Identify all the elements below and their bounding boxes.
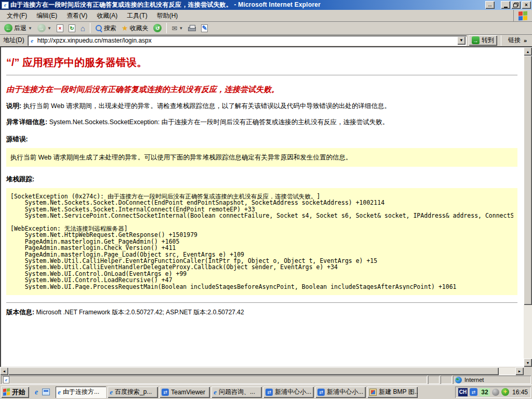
scroll-up-icon[interactable]: ▲ — [524, 47, 532, 56]
ie-window: e 由于连接方在一段时间后没有正确答复或连接的主机没有反应，连接尝试失败。 - … — [0, 0, 532, 384]
description-text: 执行当前 Web 请求期间，出现未处理的异常。请检查堆栈跟踪信息，以了解有关该错… — [21, 102, 391, 110]
go-arrow-icon: → — [472, 36, 480, 44]
search-label: 搜索 — [104, 24, 116, 33]
menu-favorites[interactable]: 收藏(A) — [92, 10, 122, 22]
menu-view[interactable]: 查看(V) — [62, 10, 92, 22]
horizontal-scrollbar[interactable]: ◄ ► — [0, 367, 532, 375]
address-bar: 地址(D) e http://xpzx.xinpuedu.cn/master/l… — [0, 35, 532, 47]
address-input[interactable]: e http://xpzx.xinpuedu.cn/master/login.a… — [28, 35, 467, 46]
exception-label: 异常详细信息: — [6, 118, 47, 126]
taskbar-button-question[interactable]: e 问题咨询、... — [211, 387, 262, 398]
home-button[interactable]: ⌂ — [78, 22, 87, 34]
standard-toolbar: ← 后退 ▼ → ▼ × ↻ ⌂ 搜索 ★ 收藏夹 ↺ ✉ — [0, 22, 532, 35]
go-button[interactable]: → 转到 — [469, 35, 497, 46]
search-icon — [95, 24, 102, 32]
tray-clock[interactable]: 16:45 — [511, 389, 528, 396]
favorites-star-icon: ★ — [122, 24, 128, 32]
quick-launch-ie-icon[interactable]: e — [35, 388, 38, 396]
refresh-icon: ↻ — [69, 24, 75, 32]
start-label: 开始 — [12, 388, 25, 397]
close-button[interactable]: × — [522, 1, 531, 9]
links-chevron-icon: » — [524, 37, 527, 44]
tray-temperature-badge[interactable]: 32 — [480, 388, 490, 396]
history-button[interactable]: ↺ — [151, 22, 164, 34]
scroll-down-icon[interactable]: ▼ — [524, 358, 532, 367]
back-dropdown-icon[interactable]: ▼ — [28, 26, 32, 31]
favorites-button[interactable]: ★ 收藏夹 — [119, 22, 151, 34]
favorites-label: 收藏夹 — [129, 24, 148, 33]
links-bar[interactable]: 链接 » — [505, 36, 530, 45]
scroll-right-icon[interactable]: ► — [515, 367, 524, 375]
taskbar-button-teamviewer[interactable]: ⇄ TeamViewer — [159, 387, 210, 398]
back-button[interactable]: ← 后退 ▼ — [2, 22, 34, 34]
source-error-box: 执行当前 Web 请求期间生成了未处理的异常。可以使用下面的异常堆栈跟踪信息确定… — [6, 148, 517, 167]
paint-file-icon — [369, 389, 377, 396]
error-page-subtitle: 由于连接方在一段时间后没有正确答复或连接的主机没有反应，连接尝试失败。 — [6, 85, 517, 95]
page-favicon-icon: e — [29, 37, 36, 44]
toolbar-separator — [166, 23, 167, 33]
menu-help[interactable]: 帮助(H) — [152, 10, 183, 22]
taskbar-button-label: 新浦中心小... — [275, 388, 311, 396]
browser-viewport: “/” 应用程序中的服务器错误。 由于连接方在一段时间后没有正确答复或连接的主机… — [0, 47, 532, 367]
zone-text: Internet — [464, 377, 484, 383]
status-panel — [428, 376, 440, 384]
restore-button[interactable] — [511, 1, 521, 9]
menu-edit[interactable]: 编辑(E) — [32, 10, 62, 22]
forward-button[interactable]: → ▼ — [35, 22, 54, 34]
security-zone-panel: Internet — [453, 376, 531, 384]
home-icon: ⌂ — [81, 24, 85, 33]
print-button[interactable] — [186, 22, 198, 34]
back-icon: ← — [4, 24, 12, 32]
stack-trace-text: [SocketException (0x274c): 由于连接方在一段时间后没有… — [10, 193, 513, 290]
status-panel — [441, 376, 452, 384]
start-button[interactable]: 开始 — [1, 387, 29, 398]
minimize-icon — [504, 7, 508, 8]
taskbar-button-bmp[interactable]: 新建 BMP 图... — [367, 387, 418, 398]
resize-arrows-button[interactable]: ↔ — [485, 1, 495, 9]
windows-start-icon — [3, 388, 10, 395]
back-label: 后退 — [14, 24, 26, 33]
taskbar-button-ie-error[interactable]: e 由于连接方... — [56, 387, 106, 398]
status-main-panel: e — [1, 376, 427, 384]
edit-button[interactable]: ✎ — [199, 22, 210, 34]
tray-antivirus-icon[interactable] — [501, 388, 509, 396]
ie-icon: e — [110, 388, 113, 396]
tray-volume-icon[interactable] — [492, 389, 499, 396]
mail-icon: ✉ — [171, 24, 177, 32]
menu-tools[interactable]: 工具(T) — [122, 10, 152, 22]
mail-button[interactable]: ✉ ▼ — [169, 22, 185, 34]
search-button[interactable]: 搜索 — [93, 22, 118, 34]
address-dropdown-button[interactable]: ▼ — [457, 36, 466, 45]
links-label: 链接 — [508, 36, 521, 45]
addressbar-separator — [501, 35, 501, 46]
horizontal-scroll-thumb[interactable] — [8, 367, 499, 375]
taskbar-button-xinpu-1[interactable]: ⇄ 新浦中心小... — [263, 387, 314, 398]
quick-launch-desktop-icon[interactable] — [42, 389, 50, 395]
taskbar-button-xinpu-2[interactable]: ⇄ 新浦中心小... — [315, 387, 366, 398]
minimize-button[interactable] — [501, 1, 510, 9]
title-bar: e 由于连接方在一段时间后没有正确答复或连接的主机没有反应，连接尝试失败。 - … — [0, 0, 532, 10]
refresh-button[interactable]: ↻ — [66, 22, 77, 34]
stop-button[interactable]: × — [55, 22, 65, 34]
address-label: 地址(D) — [2, 36, 25, 45]
language-indicator[interactable]: CH — [458, 388, 468, 396]
ie-icon: e — [214, 388, 217, 396]
address-url[interactable]: http://xpzx.xinpuedu.cn/master/login.asp… — [37, 37, 457, 44]
forward-dropdown-icon[interactable]: ▼ — [47, 26, 51, 31]
toolbar-separator — [90, 23, 90, 33]
taskbar-button-label: 问题咨询、... — [219, 388, 255, 396]
mail-dropdown-icon[interactable]: ▼ — [179, 26, 183, 31]
scroll-left-icon[interactable]: ◄ — [0, 367, 8, 375]
vertical-scrollbar[interactable]: ▲ ▼ — [524, 47, 532, 367]
taskbar-button-label: TeamViewer — [171, 389, 205, 396]
menu-file[interactable]: 文件(F) — [2, 10, 32, 22]
stack-trace-box: [SocketException (0x274c): 由于连接方在一段时间后没有… — [6, 188, 517, 295]
vertical-scroll-thumb[interactable] — [524, 56, 532, 305]
version-text: Microsoft .NET Framework 版本:2.0.50727.42… — [34, 309, 244, 316]
description-label: 说明: — [6, 102, 21, 110]
taskbar-button-baidu[interactable]: e 百度搜索_p... — [108, 387, 158, 398]
source-error-label: 源错误: — [6, 135, 517, 144]
teamviewer-icon: ⇄ — [162, 389, 169, 396]
description-paragraph: 说明: 执行当前 Web 请求期间，出现未处理的异常。请检查堆栈跟踪信息，以了解… — [6, 102, 517, 111]
tray-teamviewer-icon[interactable]: ⇄ — [470, 388, 477, 396]
